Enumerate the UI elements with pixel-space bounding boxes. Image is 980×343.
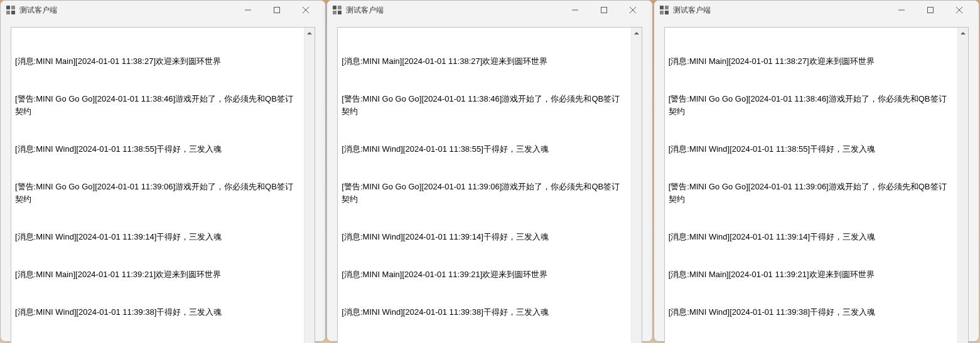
content-area: [消息:MINI Main][2024-01-01 11:38:27]欢迎来到圆… <box>327 19 652 343</box>
vertical-scrollbar[interactable] <box>304 28 315 343</box>
app-icon <box>659 5 669 15</box>
svg-rect-10 <box>333 6 337 9</box>
maximize-button[interactable] <box>916 1 945 19</box>
log-line: [消息:MINI Wind][2024-01-01 11:38:55]干得好，三… <box>669 143 954 156</box>
log-line: [消息:MINI Wind][2024-01-01 11:39:14]干得好，三… <box>15 231 300 243</box>
close-button[interactable] <box>945 1 974 19</box>
app-icon <box>6 5 16 15</box>
svg-rect-12 <box>333 11 337 14</box>
log-panel: [消息:MINI Main][2024-01-01 11:38:27]欢迎来到圆… <box>337 27 642 343</box>
svg-rect-5 <box>274 8 280 13</box>
minimize-button[interactable] <box>561 1 590 19</box>
scroll-up-icon[interactable] <box>632 28 642 38</box>
window-title: 测试客户端 <box>19 5 234 16</box>
svg-marker-28 <box>961 32 966 34</box>
minimize-button[interactable] <box>887 1 916 19</box>
svg-marker-18 <box>634 32 639 34</box>
log-text[interactable]: [消息:MINI Main][2024-01-01 11:38:27]欢迎来到圆… <box>665 28 957 343</box>
window-title: 测试客户端 <box>346 5 560 16</box>
log-line: [警告:MINI Go Go Go][2024-01-01 11:38:46]游… <box>342 93 627 118</box>
log-line: [消息:MINI Main][2024-01-01 11:39:21]欢迎来到圆… <box>342 268 627 281</box>
log-line: [消息:MINI Main][2024-01-01 11:38:27]欢迎来到圆… <box>342 55 627 68</box>
log-line: [警告:MINI Go Go Go][2024-01-01 11:38:46]游… <box>15 93 300 118</box>
log-line: [消息:MINI Main][2024-01-01 11:38:27]欢迎来到圆… <box>15 55 300 68</box>
svg-rect-21 <box>665 6 669 9</box>
maximize-button[interactable] <box>590 1 618 19</box>
content-area: [消息:MINI Main][2024-01-01 11:38:27]欢迎来到圆… <box>654 19 979 343</box>
scroll-up-icon[interactable] <box>304 28 315 38</box>
log-line: [警告:MINI Go Go Go][2024-01-01 11:38:46]游… <box>669 93 954 118</box>
window-controls <box>887 1 974 19</box>
close-button[interactable] <box>291 1 320 19</box>
svg-rect-20 <box>660 6 664 9</box>
log-line: [消息:MINI Wind][2024-01-01 11:38:55]干得好，三… <box>342 143 627 156</box>
log-line: [消息:MINI Wind][2024-01-01 11:39:14]干得好，三… <box>669 231 954 243</box>
log-line: [消息:MINI Main][2024-01-01 11:38:27]欢迎来到圆… <box>669 55 954 68</box>
titlebar[interactable]: 测试客户端 <box>1 1 325 19</box>
client-window-1: 测试客户端 [消息:MINI Main][2024-01-01 11:38:27… <box>0 0 326 342</box>
vertical-scrollbar[interactable] <box>957 28 968 343</box>
svg-rect-0 <box>6 6 10 9</box>
svg-marker-8 <box>307 32 312 34</box>
scroll-track[interactable] <box>632 38 642 343</box>
svg-rect-11 <box>338 6 342 9</box>
scroll-track[interactable] <box>304 38 315 343</box>
window-controls <box>561 1 647 19</box>
client-window-2: 测试客户端 [消息:MINI Main][2024-01-01 11:38:27… <box>326 0 652 342</box>
log-line: [消息:MINI Wind][2024-01-01 11:38:55]干得好，三… <box>15 143 300 156</box>
content-area: [消息:MINI Main][2024-01-01 11:38:27]欢迎来到圆… <box>1 19 325 343</box>
log-panel: [消息:MINI Main][2024-01-01 11:38:27]欢迎来到圆… <box>11 27 315 343</box>
svg-rect-1 <box>11 6 15 9</box>
svg-rect-22 <box>660 11 664 14</box>
svg-rect-2 <box>6 11 10 14</box>
maximize-button[interactable] <box>262 1 291 19</box>
log-panel: [消息:MINI Main][2024-01-01 11:38:27]欢迎来到圆… <box>664 27 969 343</box>
log-line: [消息:MINI Wind][2024-01-01 11:39:14]干得好，三… <box>342 231 627 243</box>
titlebar[interactable]: 测试客户端 <box>654 1 979 19</box>
log-line: [消息:MINI Wind][2024-01-01 11:39:38]干得好，三… <box>669 306 954 319</box>
log-text[interactable]: [消息:MINI Main][2024-01-01 11:38:27]欢迎来到圆… <box>338 28 630 343</box>
app-icon <box>332 5 342 15</box>
svg-rect-3 <box>11 11 15 14</box>
window-controls <box>234 1 320 19</box>
minimize-button[interactable] <box>234 1 262 19</box>
svg-rect-25 <box>927 8 933 13</box>
svg-rect-13 <box>338 11 342 14</box>
close-button[interactable] <box>618 1 647 19</box>
svg-rect-15 <box>601 8 606 13</box>
log-line: [警告:MINI Go Go Go][2024-01-01 11:39:06]游… <box>15 181 300 206</box>
log-line: [警告:MINI Go Go Go][2024-01-01 11:39:06]游… <box>342 181 627 206</box>
log-line: [消息:MINI Main][2024-01-01 11:39:21]欢迎来到圆… <box>669 268 954 281</box>
vertical-scrollbar[interactable] <box>631 28 642 343</box>
scroll-track[interactable] <box>958 38 968 343</box>
svg-rect-23 <box>665 11 669 14</box>
log-line: [消息:MINI Main][2024-01-01 11:39:21]欢迎来到圆… <box>15 268 300 281</box>
window-title: 测试客户端 <box>673 5 887 16</box>
log-text[interactable]: [消息:MINI Main][2024-01-01 11:38:27]欢迎来到圆… <box>11 28 304 343</box>
log-line: [消息:MINI Wind][2024-01-01 11:39:38]干得好，三… <box>342 306 627 319</box>
scroll-up-icon[interactable] <box>958 28 968 38</box>
titlebar[interactable]: 测试客户端 <box>327 1 652 19</box>
log-line: [警告:MINI Go Go Go][2024-01-01 11:39:06]游… <box>669 181 954 206</box>
client-window-3: 测试客户端 [消息:MINI Main][2024-01-01 11:38:27… <box>654 0 979 342</box>
log-line: [消息:MINI Wind][2024-01-01 11:39:38]干得好，三… <box>15 306 300 319</box>
